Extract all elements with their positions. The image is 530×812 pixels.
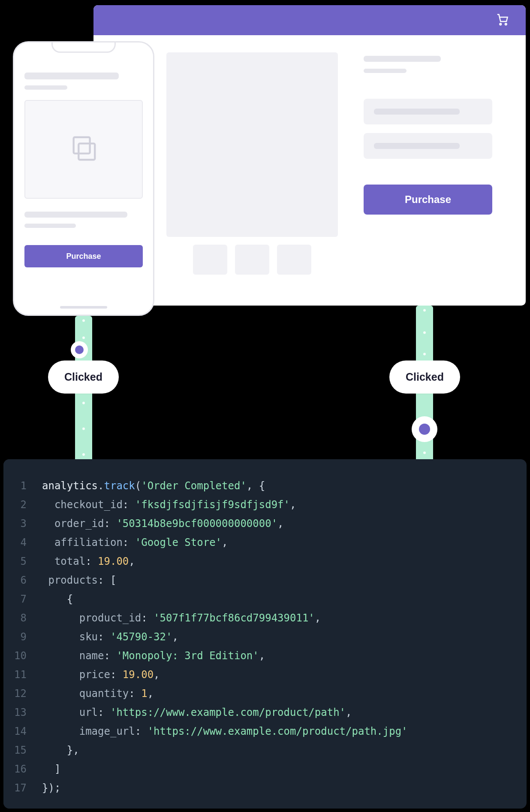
- event-label-right: Clicked: [389, 361, 460, 394]
- product-image-placeholder: [24, 100, 143, 199]
- event-orb: [412, 416, 437, 442]
- desktop-browser-mockup: Purchase: [93, 5, 526, 306]
- line-number-gutter: 1234567891011121314151617: [3, 459, 33, 809]
- home-indicator: [60, 306, 107, 309]
- product-main-image-placeholder: [166, 52, 338, 237]
- title-skeleton: [364, 56, 441, 62]
- image-stack-icon: [69, 133, 99, 165]
- product-thumb[interactable]: [235, 245, 269, 275]
- title-skeleton: [24, 73, 119, 79]
- event-label-left: Clicked: [48, 361, 119, 394]
- svg-point-1: [505, 23, 507, 25]
- option-select[interactable]: [364, 99, 492, 124]
- product-thumb[interactable]: [277, 245, 311, 275]
- purchase-button[interactable]: Purchase: [364, 185, 492, 215]
- cart-icon[interactable]: [496, 13, 509, 27]
- subtitle-skeleton: [24, 85, 67, 90]
- event-orb: [71, 341, 88, 358]
- option-select[interactable]: [364, 133, 492, 159]
- code-content: analytics.track('Order Completed', { che…: [33, 459, 416, 809]
- phone-notch: [51, 42, 116, 53]
- detail-skeleton: [24, 212, 127, 218]
- desktop-product-details: Purchase: [364, 52, 504, 275]
- purchase-button[interactable]: Purchase: [24, 245, 143, 267]
- svg-rect-3: [78, 143, 95, 160]
- code-panel: 1234567891011121314151617 analytics.trac…: [3, 459, 527, 809]
- desktop-product-gallery: [166, 52, 338, 275]
- detail-skeleton: [24, 224, 76, 228]
- svg-point-0: [500, 23, 501, 25]
- subtitle-skeleton: [364, 69, 407, 73]
- desktop-topbar: [93, 5, 526, 35]
- product-thumb[interactable]: [193, 245, 227, 275]
- svg-rect-2: [74, 137, 90, 154]
- mobile-phone-mockup: Purchase: [13, 41, 154, 316]
